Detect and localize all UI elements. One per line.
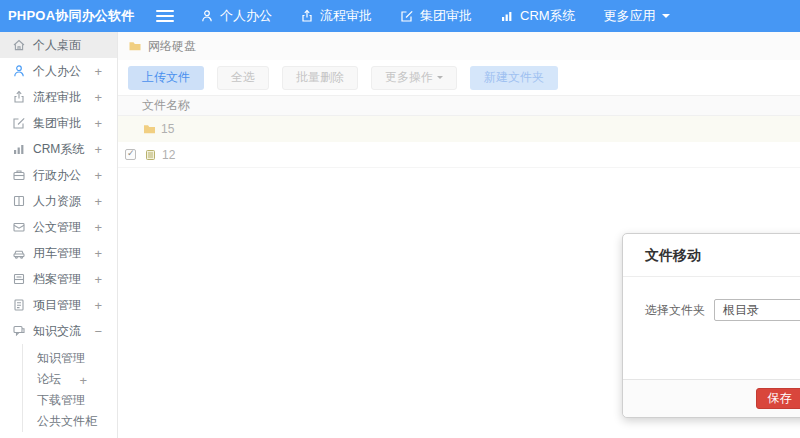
hamburger-menu-icon[interactable] [156, 10, 174, 22]
expand-plus[interactable]: + [94, 272, 102, 287]
batch-delete-button[interactable]: 批量删除 [282, 66, 358, 90]
document-icon [12, 298, 26, 312]
row-checkbox[interactable] [125, 149, 136, 160]
file-row-folder-15[interactable]: 15 [118, 116, 800, 142]
briefcase-icon [12, 168, 26, 182]
caret-down-icon [662, 14, 670, 22]
book-icon [12, 194, 26, 208]
expand-plus[interactable]: + [79, 372, 87, 387]
save-button[interactable]: 保存 [756, 388, 800, 409]
edit-icon [12, 116, 26, 130]
expand-plus[interactable]: + [94, 220, 102, 235]
expand-plus[interactable]: + [94, 90, 102, 105]
dialog-title: 文件移动 [623, 234, 800, 277]
file-name: 15 [161, 122, 174, 136]
upload-icon [12, 90, 26, 104]
breadcrumb: 网络硬盘 [118, 32, 800, 60]
dialog-footer: 保存 取消 [623, 379, 800, 417]
edit-icon [400, 9, 414, 23]
sidebar: 个人桌面 个人办公 + 流程审批 + 集团审批 + CRM系统 + 行政办公 + [0, 32, 118, 438]
nav-item-more-apps[interactable]: 更多应用 [604, 7, 670, 25]
more-operations-button[interactable]: 更多操作 [371, 66, 457, 90]
column-file-name: 文件名称 [142, 97, 190, 114]
dialog-body: 选择文件夹 根目录 [623, 277, 800, 321]
nav-item-workflow-approval[interactable]: 流程审批 [300, 7, 372, 25]
submenu-item-download-mgmt[interactable]: 下载管理 [23, 390, 117, 411]
sidebar-item-document-mgmt[interactable]: 公文管理 + [0, 214, 117, 240]
breadcrumb-label: 网络硬盘 [148, 38, 196, 55]
caret-down-icon [437, 76, 443, 82]
expand-plus[interactable]: + [94, 168, 102, 183]
expand-plus[interactable]: + [94, 142, 102, 157]
nav-item-group-approval[interactable]: 集团审批 [400, 7, 472, 25]
file-name: 12 [162, 148, 175, 162]
sidebar-item-personal-office[interactable]: 个人办公 + [0, 58, 117, 84]
submenu-item-forum[interactable]: 论坛 + [23, 369, 117, 390]
expand-plus[interactable]: + [94, 298, 102, 313]
bar-chart-icon [12, 142, 26, 156]
upload-icon [300, 9, 314, 23]
expand-plus[interactable]: + [94, 64, 102, 79]
expand-plus[interactable]: + [94, 116, 102, 131]
submenu-item-public-file-cabinet[interactable]: 公共文件柜 [23, 411, 117, 432]
sidebar-item-knowledge-exchange[interactable]: 知识交流 − [0, 318, 117, 344]
file-move-dialog: 文件移动 选择文件夹 根目录 保存 取消 [622, 233, 800, 418]
top-navbar: PHPOA协同办公软件 个人办公 流程审批 集团审批 CRM系统 更多应用 [0, 0, 800, 32]
folder-select[interactable]: 根目录 [714, 299, 800, 321]
sidebar-submenu-knowledge: 知识管理 论坛 + 下载管理 公共文件柜 [22, 344, 117, 432]
home-icon [12, 38, 26, 52]
toolbar: 上传文件 全选 批量删除 更多操作 新建文件夹 [118, 60, 800, 95]
file-icon [143, 148, 158, 162]
sidebar-item-project-mgmt[interactable]: 项目管理 + [0, 292, 117, 318]
file-table-header: 文件名称 [118, 95, 800, 116]
sidebar-item-hr[interactable]: 人力资源 + [0, 188, 117, 214]
mail-icon [12, 220, 26, 234]
select-folder-label: 选择文件夹 [645, 302, 705, 319]
collapse-minus[interactable]: − [94, 324, 102, 339]
sidebar-item-group-approval[interactable]: 集团审批 + [0, 110, 117, 136]
sidebar-item-vehicle-mgmt[interactable]: 用车管理 + [0, 240, 117, 266]
main-content: 网络硬盘 上传文件 全选 批量删除 更多操作 新建文件夹 文件名称 15 12 [118, 32, 800, 438]
nav-item-personal-office[interactable]: 个人办公 [200, 7, 272, 25]
sidebar-item-admin-office[interactable]: 行政办公 + [0, 162, 117, 188]
expand-plus[interactable]: + [94, 194, 102, 209]
app-logo: PHPOA协同办公软件 [0, 7, 148, 25]
person-icon [12, 64, 26, 78]
car-icon [12, 246, 26, 260]
bar-chart-icon [500, 9, 514, 23]
select-all-button[interactable]: 全选 [217, 66, 269, 90]
navbar-menu: 个人办公 流程审批 集团审批 CRM系统 更多应用 [200, 7, 670, 25]
expand-plus[interactable]: + [94, 246, 102, 261]
nav-item-crm[interactable]: CRM系统 [500, 7, 576, 25]
archive-icon [12, 272, 26, 286]
sidebar-item-personal-desktop[interactable]: 个人桌面 [0, 32, 117, 58]
person-icon [200, 9, 214, 23]
submenu-item-knowledge-mgmt[interactable]: 知识管理 [23, 348, 117, 369]
sidebar-item-crm[interactable]: CRM系统 + [0, 136, 117, 162]
chat-icon [12, 324, 26, 338]
sidebar-item-workflow-approval[interactable]: 流程审批 + [0, 84, 117, 110]
file-row-file-12[interactable]: 12 [118, 142, 800, 168]
new-folder-button[interactable]: 新建文件夹 [470, 66, 558, 90]
upload-file-button[interactable]: 上传文件 [128, 66, 204, 90]
folder-icon [128, 39, 142, 53]
folder-icon [142, 122, 157, 136]
sidebar-item-archive-mgmt[interactable]: 档案管理 + [0, 266, 117, 292]
folder-select-value: 根目录 [723, 302, 759, 319]
